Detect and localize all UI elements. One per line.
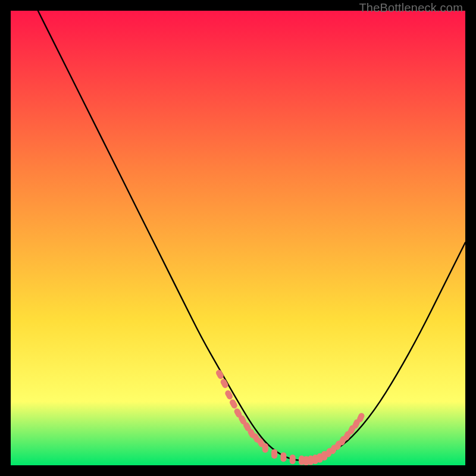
data-marker	[280, 452, 286, 462]
data-marker	[262, 443, 268, 453]
chart-frame	[11, 11, 465, 465]
watermark-text: TheBottleneck.com	[359, 1, 463, 15]
gradient-background	[11, 11, 465, 465]
data-marker	[290, 455, 296, 464]
data-marker	[271, 449, 277, 459]
bottleneck-plot	[11, 11, 465, 465]
